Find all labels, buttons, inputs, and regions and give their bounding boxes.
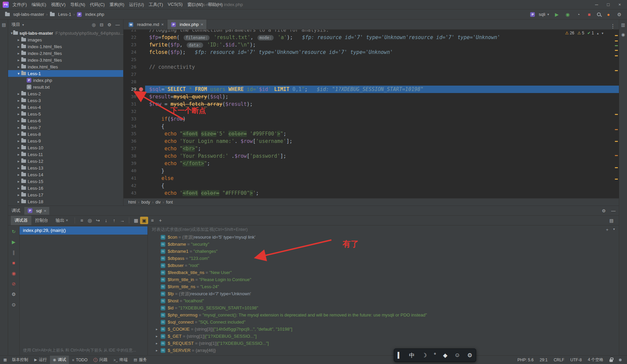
breakpoint-icon[interactable] <box>139 87 143 91</box>
variable-row-server[interactable]: ▸01$_SERVER = {array[46]} <box>148 347 619 354</box>
variable-row-dbpass[interactable]: 01$dbpass = "123.com" <box>148 255 619 262</box>
menu-item-f[interactable]: 文件(F) <box>10 2 29 8</box>
tree-chevron-icon[interactable]: ▸ <box>16 119 21 123</box>
hide-panel-icon[interactable]: — <box>115 22 120 27</box>
menu-item-t[interactable]: 工具(T) <box>146 2 165 8</box>
code-line-39[interactable]: 39 echo "</font>"; <box>124 160 619 167</box>
mute-breakpoints-icon[interactable]: ⊘ <box>12 281 16 286</box>
tree-item-less-2[interactable]: ▸Less-2 <box>8 90 123 97</box>
ok-count[interactable]: ✔1 <box>587 31 594 35</box>
settings-gear-icon[interactable]: ⚙ <box>616 12 622 17</box>
variable-row-fp[interactable]: 01$fp = {资源} resource id='7' type='Unkno… <box>148 290 619 297</box>
warnings-count[interactable]: ⚠26 <box>565 31 574 35</box>
readonly-lock-icon[interactable] <box>609 359 613 362</box>
tree-chevron-icon[interactable]: ▸ <box>16 65 21 69</box>
tree-chevron-icon[interactable]: ▸ <box>16 200 21 204</box>
run-config-selector[interactable]: Psqli▾ <box>530 12 549 17</box>
tree-chevron-icon[interactable]: ▸ <box>16 179 21 184</box>
code-line-34[interactable]: 34 { <box>124 123 619 130</box>
profiler-button[interactable]: ◔ <box>575 12 581 17</box>
status-item-[interactable]: >_终端 <box>110 356 131 364</box>
status-item-[interactable]: ▶运行 <box>31 356 50 364</box>
tree-chevron-icon[interactable]: ▾ <box>11 31 13 35</box>
tree-item-less-12[interactable]: ▸Less-12 <box>8 158 123 164</box>
tree-chevron-icon[interactable]: ▸ <box>16 98 21 103</box>
close-icon[interactable]: × <box>161 22 164 27</box>
tree-chevron-icon[interactable]: ▸ <box>16 92 21 96</box>
ime-chinese-mode-icon[interactable]: 中 <box>409 352 415 359</box>
weak-warnings-count[interactable]: ⚠5 <box>577 31 584 35</box>
close-icon[interactable]: × <box>44 208 47 213</box>
close-icon[interactable]: × <box>201 22 203 27</box>
tree-chevron-icon[interactable]: ▸ <box>16 139 21 143</box>
error-stripe-mark[interactable] <box>615 141 618 142</box>
chevron-down-icon[interactable]: ▾ <box>613 227 615 232</box>
pin-tab-icon[interactable]: ⊙ <box>12 302 16 307</box>
debug-settings-gear-icon[interactable]: ⚙ <box>602 208 606 213</box>
tree-item-less-4[interactable]: ▸Less-4 <box>8 104 123 111</box>
tree-item-less-10[interactable]: ▸Less-10 <box>8 144 123 151</box>
tree-chevron-icon[interactable]: ▸ <box>16 159 21 163</box>
tree-chevron-icon[interactable]: ▸ <box>16 105 21 110</box>
debug-tab-[interactable]: 控制台 <box>31 216 52 225</box>
error-stripe-mark[interactable] <box>615 155 618 156</box>
step-over-icon[interactable]: ↪ <box>94 217 102 224</box>
code-line-38[interactable]: 38 echo 'Your Password:' .$row['password… <box>124 152 619 160</box>
tree-item-less-7[interactable]: ▸Less-7 <box>8 124 123 131</box>
show-execution-point-icon[interactable]: ◎ <box>86 217 94 224</box>
add-watch-icon[interactable]: + <box>606 227 608 232</box>
tree-item-less-6[interactable]: ▸Less-6 <box>8 117 123 124</box>
close-button[interactable]: × <box>618 2 621 7</box>
code-line-37[interactable]: 37 echo "<br>"; <box>124 145 619 152</box>
ime-skin-icon[interactable]: ◆ <box>443 352 447 359</box>
step-out-icon[interactable]: ↑ <box>110 217 118 224</box>
variable-row-request[interactable]: ▸01$_REQUEST = {string[1]} ["1?XDEBUG_SE… <box>148 340 619 347</box>
tree-chevron-icon[interactable]: ▾ <box>16 71 21 76</box>
code-line-23[interactable]: 23fwrite($fp, data: 'ID:'.$id."\n"); <box>124 41 619 49</box>
code-breadcrumb-div[interactable]: div <box>156 200 161 205</box>
debug-tab-[interactable]: 调试器 <box>11 216 31 225</box>
tree-item-less-1[interactable]: ▾Less-1 <box>8 70 123 77</box>
error-stripe-mark[interactable] <box>615 45 618 46</box>
code-breadcrumb-html[interactable]: html <box>128 200 136 205</box>
variable-row-get[interactable]: ▸01$_GET = {string[1]} ["1?XDEBUG_SESSIO… <box>148 333 619 340</box>
code-line-33[interactable]: 33 if($row) <box>124 115 619 123</box>
status-info-29-1[interactable]: 29:1 <box>540 358 547 362</box>
code-line-25[interactable]: 25 <box>124 56 619 63</box>
variable-row-dbname1[interactable]: 01$dbname1 = "challenges" <box>148 248 619 255</box>
run-to-cursor-icon[interactable]: → <box>118 217 126 224</box>
tree-item-less-17[interactable]: ▸Less-17 <box>8 191 123 198</box>
prev-problem-icon[interactable]: ▴ <box>597 31 599 35</box>
breadcrumb-item-index-php[interactable]: Pindex.php <box>77 12 104 17</box>
debug-tab-[interactable]: 输出 × <box>52 216 72 225</box>
menu-item-r[interactable]: 重构(R) <box>107 2 127 8</box>
ime-emoji-icon[interactable]: ☺ <box>454 352 460 359</box>
menu-item-n[interactable]: 导航(N) <box>68 2 87 8</box>
error-stripe-mark[interactable] <box>615 70 618 71</box>
status-info-php-5-6[interactable]: PHP: 5.6 <box>517 358 534 362</box>
minimize-button[interactable]: ─ <box>595 2 598 7</box>
debug-gear-icon[interactable]: ⚙ <box>11 292 16 297</box>
tree-chevron-icon[interactable]: ▸ <box>16 132 21 136</box>
hide-debug-icon[interactable]: — <box>611 208 616 213</box>
code-line-27[interactable]: 27 <box>124 71 619 78</box>
code-line-36[interactable]: 36 echo 'Your Login name:'. $row['userna… <box>124 138 619 145</box>
expand-chevron-icon[interactable]: ▸ <box>156 327 161 331</box>
stack-frame-row[interactable]: index.php:29, {main}() <box>20 226 147 235</box>
database-toolwindow-icon[interactable]: ▥ <box>621 22 625 27</box>
tree-item-less-11[interactable]: ▸Less-11 <box>8 151 123 158</box>
debug-session-tab[interactable]: P sql × <box>24 207 49 215</box>
menu-item-vcs-s[interactable]: VCS(S) <box>165 2 185 8</box>
status-item-[interactable]: ◉调试 <box>50 356 69 364</box>
status-item-todo[interactable]: ≡TODO <box>69 356 90 364</box>
tab-readme-md[interactable]: Mreadme.md× <box>125 20 167 29</box>
tree-item-index-1-html-files[interactable]: ▸index-1.html_files <box>8 43 123 50</box>
code-line-21[interactable]: 21//logging the connection parameters to… <box>124 30 619 34</box>
tree-chevron-icon[interactable]: ▸ <box>16 125 21 130</box>
code-line-43[interactable]: 43 echo '<font color= "#FFFF00">'; <box>124 189 619 197</box>
ime-caret-icon[interactable]: ▍ <box>398 352 402 359</box>
variable-row-dbname[interactable]: 01$dbname = "security" <box>148 241 619 248</box>
status-item-[interactable]: !问题 <box>90 356 110 364</box>
view-breakpoints-icon[interactable]: ◉ <box>11 271 16 276</box>
error-stripe-mark[interactable] <box>615 55 618 56</box>
